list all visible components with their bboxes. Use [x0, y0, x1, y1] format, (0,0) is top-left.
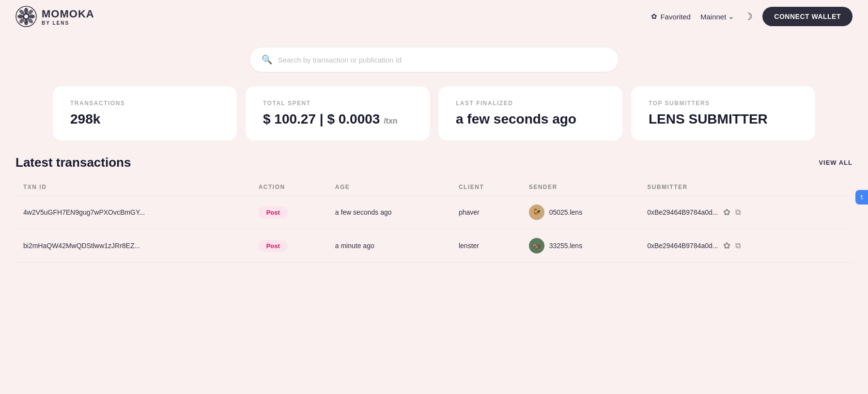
logo-area: MOMOKA BY LENS — [16, 6, 94, 27]
logo-subtitle: BY LENS — [42, 20, 94, 26]
stat-value-total_spent: $ 100.27 | $ 0.0003 /txn — [263, 111, 412, 127]
txn-section-title: Latest transactions — [16, 155, 131, 170]
table-row: bi2mHaQW42MwQDStlww1zJRr8EZ...Posta minu… — [16, 229, 852, 263]
search-icon: 🔍 — [262, 54, 272, 65]
search-bar: 🔍 — [250, 47, 618, 72]
col-header-sender: SENDER — [521, 179, 640, 196]
feedback-label: ↩ — [858, 195, 865, 200]
favorited-label: Favorited — [660, 13, 691, 21]
stat-card-top_submitters: TOP SUBMITTERSLENS SUBMITTER — [631, 86, 815, 141]
chevron-down-icon: ⌄ — [728, 12, 734, 21]
stat-value-last_finalized: a few seconds ago — [456, 111, 605, 127]
flower-icon: ✿ — [651, 12, 657, 21]
col-header-action: ACTION — [251, 179, 327, 196]
network-selector[interactable]: Mainnet ⌄ — [700, 12, 734, 21]
external-link-icon[interactable]: ⧉ — [735, 241, 741, 250]
feedback-button[interactable]: ↩ — [855, 190, 868, 205]
sender-name[interactable]: 33255.lens — [549, 242, 583, 250]
stat-card-transactions: TRANSACTIONS298k — [53, 86, 237, 141]
svg-point-3 — [17, 15, 23, 18]
stat-label-transactions: TRANSACTIONS — [70, 100, 219, 107]
submitter-flower-icon[interactable]: ✿ — [723, 207, 730, 218]
stat-value-top_submitters: LENS SUBMITTER — [649, 111, 798, 127]
sender-cell: 🐓05025.lens — [521, 196, 640, 229]
search-input[interactable] — [278, 56, 606, 64]
col-header-age: AGE — [327, 179, 451, 196]
submitter-address[interactable]: 0xBe29464B9784a0d... — [647, 208, 718, 216]
connect-wallet-button[interactable]: CONNECT WALLET — [762, 7, 852, 26]
svg-point-10 — [24, 15, 28, 18]
stat-card-total_spent: TOTAL SPENT$ 100.27 | $ 0.0003 /txn — [246, 86, 430, 141]
action-cell: Post — [251, 196, 327, 229]
col-header-submitter: SUBMITTER — [639, 179, 826, 196]
txn-header: Latest transactions VIEW ALL — [16, 155, 852, 170]
logo-text: MOMOKA BY LENS — [42, 8, 94, 26]
action-cell: Post — [251, 229, 327, 263]
sender-name[interactable]: 05025.lens — [549, 208, 583, 216]
sender-avatar: 🐓 — [529, 205, 544, 220]
stat-label-last_finalized: LAST FINALIZED — [456, 100, 605, 107]
header: MOMOKA BY LENS ✿ Favorited Mainnet ⌄ ☽ C… — [0, 0, 868, 33]
col-header-txn-id: TXN ID — [16, 179, 251, 196]
submitter-cell: 0xBe29464B9784a0d...✿⧉ — [639, 196, 826, 229]
sender-cell: 🦦33255.lens — [521, 229, 640, 263]
stat-card-last_finalized: LAST FINALIZEDa few seconds ago — [438, 86, 622, 141]
header-right: ✿ Favorited Mainnet ⌄ ☽ CONNECT WALLET — [651, 7, 852, 26]
theme-toggle[interactable]: ☽ — [744, 11, 753, 22]
view-all-button[interactable]: VIEW ALL — [819, 159, 852, 166]
age-cell: a minute ago — [327, 229, 451, 263]
svg-point-1 — [24, 8, 28, 14]
logo-title: MOMOKA — [42, 8, 94, 20]
search-section: 🔍 — [0, 33, 868, 81]
col-header-client: CLIENT — [451, 179, 521, 196]
submitter-cell: 0xBe29464B9784a0d...✿⧉ — [639, 229, 826, 263]
col-header-actions — [826, 179, 852, 196]
submitter-address[interactable]: 0xBe29464B9784a0d... — [647, 242, 718, 250]
stats-section: TRANSACTIONS298kTOTAL SPENT$ 100.27 | $ … — [0, 81, 868, 155]
stat-label-top_submitters: TOP SUBMITTERS — [649, 100, 798, 107]
table-row: 4w2V5uGFH7EN9gug7wPXOvcBmGY...Posta few … — [16, 196, 852, 229]
txn-id-cell[interactable]: bi2mHaQW42MwQDStlww1zJRr8EZ... — [16, 229, 251, 263]
transactions-section: Latest transactions VIEW ALL TXN IDACTIO… — [0, 155, 868, 263]
client-cell: lenster — [451, 229, 521, 263]
network-label: Mainnet — [700, 13, 726, 21]
stat-value-transactions: 298k — [70, 111, 219, 127]
svg-point-2 — [24, 19, 28, 25]
svg-point-4 — [29, 15, 35, 18]
age-cell: a few seconds ago — [327, 196, 451, 229]
favorited-button[interactable]: ✿ Favorited — [651, 12, 691, 21]
action-badge: Post — [259, 206, 288, 219]
txn-id-cell[interactable]: 4w2V5uGFH7EN9gug7wPXOvcBmGY... — [16, 196, 251, 229]
client-cell: phaver — [451, 196, 521, 229]
logo-icon — [16, 6, 37, 27]
external-link-icon[interactable]: ⧉ — [735, 208, 741, 217]
sender-avatar: 🦦 — [529, 238, 544, 253]
transactions-table: TXN IDACTIONAGECLIENTSENDERSUBMITTER 4w2… — [16, 179, 852, 263]
submitter-flower-icon[interactable]: ✿ — [723, 240, 730, 251]
action-badge: Post — [259, 240, 288, 252]
stat-label-total_spent: TOTAL SPENT — [263, 100, 412, 107]
moon-icon: ☽ — [744, 11, 753, 22]
